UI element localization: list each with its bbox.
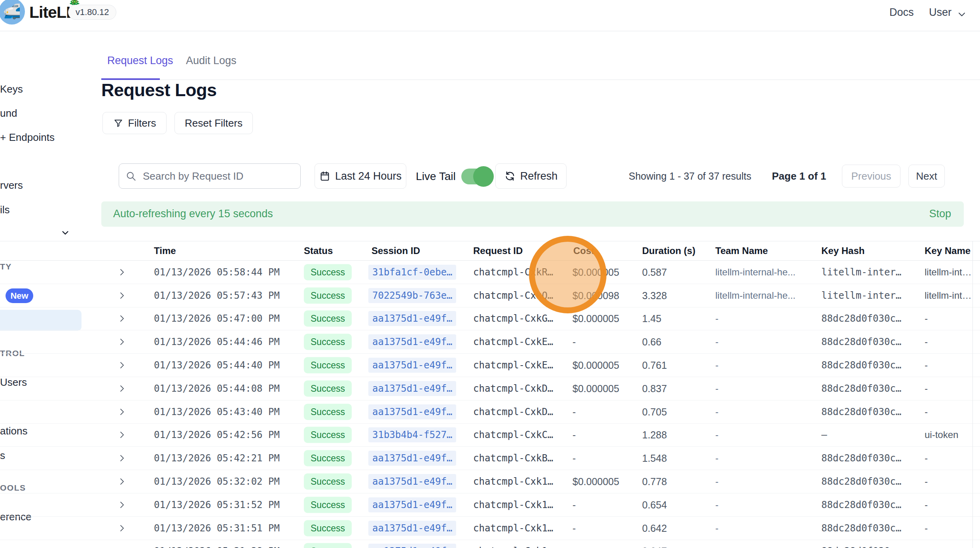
live-tail-toggle[interactable] xyxy=(461,169,491,184)
cell-key-name: ui-token xyxy=(925,429,958,440)
status-badge: Success xyxy=(304,474,352,490)
sidebar-collapse-chevron-icon[interactable] xyxy=(60,228,70,237)
cell-key-name: - xyxy=(925,383,928,394)
table-row: 01/13/2026 05:42:56 PMSuccess31b3b4b4-f5… xyxy=(0,424,980,447)
cell-session-id: aa1375d1-e49f… xyxy=(368,544,456,548)
stop-auto-refresh-button[interactable]: Stop xyxy=(929,208,951,220)
status-badge: Success xyxy=(304,357,352,374)
cell-time: 01/13/2026 05:42:56 PM xyxy=(154,429,280,440)
cell-duration: 0.761 xyxy=(642,360,667,371)
cell-cost: - xyxy=(572,406,576,417)
table-row: 01/13/2026 05:47:00 PMSuccessaa1375d1-e4… xyxy=(0,307,980,331)
cell-time: 01/13/2026 05:47:00 PM xyxy=(154,313,280,324)
cell-cost: $0.000005 xyxy=(572,476,619,487)
chevron-down-icon[interactable] xyxy=(956,9,968,19)
cell-time: 01/13/2026 05:58:44 PM xyxy=(154,267,280,278)
cell-status: Success xyxy=(304,543,352,548)
row-expand-chevron-icon[interactable] xyxy=(117,267,127,277)
cell-time: 01/13/2026 05:44:40 PM xyxy=(154,360,280,371)
table-row: 01/13/2026 05:31:52 PMSuccessaa1375d1-e4… xyxy=(0,493,980,517)
status-badge: Success xyxy=(304,520,352,536)
cell-request-id: chatcmpl-Cxk1… xyxy=(473,476,553,487)
session-id-link[interactable]: aa1375d1-e49f… xyxy=(368,404,456,419)
sidebar-item-guardrails[interactable]: ils xyxy=(0,204,10,216)
cell-session-id: 31b3b4b4-f527… xyxy=(368,427,456,442)
cell-request-id: chatcmpl-CxkE… xyxy=(473,336,553,347)
session-id-link[interactable]: aa1375d1-e49f… xyxy=(368,451,456,466)
sidebar-item-models-endpoints[interactable]: + Endpoints xyxy=(0,131,55,144)
session-id-link[interactable]: aa1375d1-e49f… xyxy=(368,474,456,489)
cell-status: Success xyxy=(304,404,352,420)
tab-request-logs[interactable]: Request Logs xyxy=(107,55,173,67)
row-expand-chevron-icon[interactable] xyxy=(117,477,127,486)
row-expand-chevron-icon[interactable] xyxy=(117,523,127,533)
status-badge: Success xyxy=(304,380,352,396)
tab-audit-logs[interactable]: Audit Logs xyxy=(186,55,237,67)
row-expand-chevron-icon[interactable] xyxy=(117,337,127,347)
session-id-link[interactable]: aa1375d1-e49f… xyxy=(368,381,456,396)
search-input[interactable] xyxy=(142,170,294,183)
cell-time: 01/13/2026 05:31:38 PM xyxy=(154,546,280,548)
cell-key-hash: 88dc28d0f030c… xyxy=(821,360,901,371)
table-row: 01/13/2026 05:31:38 PMSuccessaa1375d1-e4… xyxy=(0,540,980,548)
row-expand-chevron-icon[interactable] xyxy=(117,500,127,510)
refresh-button[interactable]: Refresh xyxy=(495,163,567,189)
cell-status: Success xyxy=(304,520,352,536)
session-id-link[interactable]: 31b3b4b4-f527… xyxy=(368,427,456,442)
row-expand-chevron-icon[interactable] xyxy=(117,453,127,463)
table-row: 01/13/2026 05:44:40 PMSuccessaa1375d1-e4… xyxy=(0,354,980,377)
page-indicator: Page 1 of 1 xyxy=(772,170,826,182)
status-badge: Success xyxy=(304,287,352,303)
col-header-status: Status xyxy=(304,245,333,256)
cell-cost: $0.000005 xyxy=(572,360,619,371)
auto-refresh-banner: Auto-refreshing every 15 seconds Stop xyxy=(101,201,964,227)
cell-key-name: - xyxy=(925,499,928,510)
cell-request-id: chatcmpl-CxkC… xyxy=(473,429,553,440)
page-title: Request Logs xyxy=(101,80,217,100)
session-id-link[interactable]: aa1375d1-e49f… xyxy=(368,521,456,536)
cell-duration: 0.66 xyxy=(642,336,662,348)
session-id-link[interactable]: aa1375d1-e49f… xyxy=(368,358,456,373)
cell-session-id: aa1375d1-e49f… xyxy=(368,311,456,326)
row-expand-chevron-icon[interactable] xyxy=(117,314,127,323)
cell-key-hash: 88dc28d0f030c… xyxy=(821,406,901,417)
cell-request-id: chatcmpl-CxkD… xyxy=(473,383,553,394)
next-page-button[interactable]: Next xyxy=(908,165,945,188)
sidebar-item-keys[interactable]: Keys xyxy=(0,83,23,95)
row-expand-chevron-icon[interactable] xyxy=(117,291,127,300)
litellm-app: 🚅 LiteLLM 🎄 v1.80.12 Docs User Keys und … xyxy=(0,0,980,548)
cell-key-hash: 88dc28d0f030c… xyxy=(821,383,901,394)
cell-key-name: - xyxy=(925,523,928,534)
session-id-link[interactable]: 7022549b-763e… xyxy=(368,288,456,303)
status-badge: Success xyxy=(304,450,352,466)
request-logs-table: Time Status Session ID Request ID Cost D… xyxy=(0,241,980,548)
cell-key-hash: litellm-inter… xyxy=(821,267,901,278)
row-expand-chevron-icon[interactable] xyxy=(117,546,127,548)
nav-user-menu[interactable]: User xyxy=(929,6,952,19)
col-header-request-id: Request ID xyxy=(473,245,523,256)
session-id-link[interactable]: aa1375d1-e49f… xyxy=(368,311,456,326)
cell-time: 01/13/2026 05:43:40 PM xyxy=(154,406,280,417)
session-id-link[interactable]: 31bfa1cf-0ebe… xyxy=(368,265,456,280)
time-range-button[interactable]: Last 24 Hours xyxy=(315,163,406,189)
session-id-link[interactable]: aa1375d1-e49f… xyxy=(368,497,456,512)
cell-key-hash: 88dc28d0f030c… xyxy=(821,546,901,548)
refresh-icon xyxy=(504,171,516,182)
row-expand-chevron-icon[interactable] xyxy=(117,360,127,370)
row-expand-chevron-icon[interactable] xyxy=(117,407,127,417)
previous-page-button[interactable]: Previous xyxy=(842,165,900,188)
session-id-link[interactable]: aa1375d1-e49f… xyxy=(368,544,456,548)
reset-filters-button[interactable]: Reset Filters xyxy=(174,112,253,134)
nav-docs-link[interactable]: Docs xyxy=(889,6,914,19)
row-expand-chevron-icon[interactable] xyxy=(117,384,127,393)
cell-team-name: - xyxy=(715,406,718,417)
cell-request-id: chatcmpl-Cxk1… xyxy=(473,523,553,534)
row-expand-chevron-icon[interactable] xyxy=(117,430,127,440)
sidebar-item-playground[interactable]: und xyxy=(0,107,17,119)
status-badge: Success xyxy=(304,334,352,350)
filters-button[interactable]: Filters xyxy=(102,112,167,134)
sidebar-item-servers[interactable]: rvers xyxy=(0,179,23,192)
session-id-link[interactable]: aa1375d1-e49f… xyxy=(368,334,456,349)
cell-duration: 0.587 xyxy=(642,266,667,278)
cell-request-id: chatcmpl-Cxk1… xyxy=(473,546,553,548)
